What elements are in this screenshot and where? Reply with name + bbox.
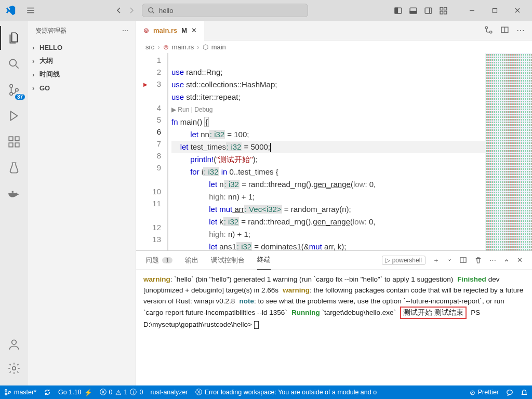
layout-panel-icon[interactable]: [409, 6, 418, 15]
rust-file-icon: ⊚: [163, 43, 169, 51]
layout-primary-sidebar-icon[interactable]: [394, 6, 403, 15]
panel-tab-problems[interactable]: 问题1: [145, 256, 172, 265]
svg-point-12: [10, 85, 12, 87]
code-editor[interactable]: 123 456 789 1011 1213 ▶use rand::Rng; us…: [136, 53, 532, 250]
svg-point-30: [5, 393, 7, 395]
svg-rect-16: [9, 143, 13, 147]
minimize-button[interactable]: [460, 0, 483, 21]
activity-account[interactable]: [0, 332, 28, 356]
svg-rect-10: [493, 8, 497, 12]
nav-forward-icon[interactable]: [127, 6, 136, 15]
status-feedback-icon[interactable]: [506, 389, 513, 396]
activity-testing[interactable]: [0, 156, 28, 180]
sidebar-title-text: 资源管理器: [35, 26, 66, 35]
sidebar-title: 资源管理器 ⋯: [28, 21, 136, 41]
split-editor-icon[interactable]: [500, 25, 509, 35]
svg-rect-15: [9, 137, 13, 141]
editor-tab-main[interactable]: ⊚ main.rs M ✕: [136, 21, 204, 41]
svg-rect-9: [444, 11, 447, 14]
svg-rect-17: [15, 143, 19, 147]
tab-close-icon[interactable]: ✕: [191, 26, 197, 34]
command-center-search[interactable]: hello: [142, 4, 308, 17]
editor-column: ⊚ main.rs M ✕ ⋯ src› ⊚ main.rs› ⬡ main 1…: [136, 21, 532, 385]
svg-point-25: [485, 26, 487, 29]
status-diagnostics[interactable]: ⓧ0⚠1ⓘ0: [100, 388, 143, 397]
status-notifications-icon[interactable]: [521, 389, 528, 396]
bottom-panel: 问题1 输出 调试控制台 终端 ▷powershell ＋ ⋯ ✕ warnin…: [136, 250, 532, 385]
more-actions-icon[interactable]: ⋯: [516, 25, 525, 35]
svg-rect-22: [12, 191, 14, 193]
activity-extensions[interactable]: [0, 130, 28, 154]
terminal-output[interactable]: warning: `hello` (bin "hello") generated…: [136, 270, 532, 385]
tree-section-go[interactable]: ›GO: [28, 81, 136, 95]
panel-more-icon[interactable]: ⋯: [489, 256, 496, 264]
breadcrumb-src[interactable]: src: [145, 43, 154, 51]
svg-point-13: [10, 92, 12, 95]
line-number-gutter: 123 456 789 1011 1213: [136, 53, 167, 250]
minimap[interactable]: [485, 53, 532, 250]
layout-customize-icon[interactable]: [439, 6, 448, 15]
svg-rect-2: [395, 8, 397, 14]
tree-section-timeline[interactable]: ›时间线: [28, 68, 136, 81]
status-error-message[interactable]: ⓧError loading workspace: You are outsid…: [195, 388, 462, 397]
activity-explorer[interactable]: [0, 26, 28, 50]
breadcrumb-fn[interactable]: main: [211, 43, 226, 51]
tab-dirty-indicator: M: [181, 26, 187, 34]
panel-tab-debug[interactable]: 调试控制台: [211, 256, 245, 265]
maximize-panel-icon[interactable]: [503, 257, 510, 263]
tree-section-outline[interactable]: ›大纲: [28, 54, 136, 68]
activity-docker[interactable]: [0, 182, 28, 206]
explorer-sidebar: 资源管理器 ⋯ ›HELLO ›大纲 ›时间线 ›GO: [28, 21, 136, 385]
editor-tabbar: ⊚ main.rs M ✕ ⋯: [136, 21, 532, 41]
terminal-dropdown-icon[interactable]: [447, 258, 452, 263]
activity-search[interactable]: [0, 52, 28, 76]
close-panel-icon[interactable]: ✕: [517, 256, 523, 264]
scm-badge: 37: [15, 94, 25, 100]
app-menu-icon[interactable]: [26, 6, 35, 15]
title-bar: hello: [0, 0, 532, 21]
svg-rect-4: [410, 11, 417, 13]
svg-rect-6: [440, 7, 443, 10]
svg-point-14: [16, 88, 18, 91]
activity-scm[interactable]: 37: [0, 78, 28, 102]
search-query: hello: [159, 7, 173, 15]
kill-terminal-icon[interactable]: [474, 256, 482, 264]
scm-compare-icon[interactable]: [484, 25, 493, 35]
activity-bar: 37: [0, 21, 28, 385]
svg-point-23: [12, 340, 17, 344]
breadcrumb-file[interactable]: main.rs: [172, 43, 194, 51]
svg-point-11: [9, 59, 16, 66]
nav-back-icon[interactable]: [115, 6, 123, 15]
layout-secondary-sidebar-icon[interactable]: [424, 6, 433, 15]
activity-run[interactable]: [0, 104, 28, 128]
split-terminal-icon[interactable]: [459, 256, 467, 264]
status-sync[interactable]: [44, 389, 51, 396]
new-terminal-icon[interactable]: ＋: [433, 256, 440, 265]
maximize-button[interactable]: [483, 0, 506, 21]
tree-section-hello[interactable]: ›HELLO: [28, 41, 136, 54]
breadcrumb[interactable]: src› ⊚ main.rs› ⬡ main: [136, 41, 532, 53]
panel-tab-terminal[interactable]: 终端: [257, 251, 271, 270]
status-rust-analyzer[interactable]: rust-analyzer: [150, 389, 188, 396]
sidebar-more-icon[interactable]: ⋯: [122, 27, 128, 34]
svg-point-26: [490, 31, 492, 33]
activity-settings[interactable]: [0, 356, 28, 380]
rust-file-icon: ⊚: [143, 26, 149, 34]
terminal-shell-selector[interactable]: ▷powershell: [382, 256, 425, 265]
svg-point-29: [5, 390, 7, 392]
svg-rect-8: [440, 11, 443, 14]
symbol-function-icon: ⬡: [203, 43, 208, 51]
code-area[interactable]: ▶use rand::Rng; use std::collections::Ha…: [171, 53, 485, 250]
codelens-run-debug[interactable]: ▶ Run | Debug: [171, 106, 213, 113]
svg-rect-7: [444, 7, 447, 10]
status-branch[interactable]: master*: [4, 389, 36, 396]
breakpoint-icon[interactable]: ▶: [143, 78, 148, 90]
tab-filename: main.rs: [153, 26, 177, 34]
panel-tab-output[interactable]: 输出: [185, 256, 198, 265]
vscode-logo-icon: [3, 3, 18, 18]
svg-rect-5: [425, 8, 432, 14]
status-prettier[interactable]: ⊘Prettier: [470, 389, 499, 396]
panel-tabs: 问题1 输出 调试控制台 终端 ▷powershell ＋ ⋯ ✕: [136, 251, 532, 270]
status-go-version[interactable]: Go 1.18⚡: [58, 389, 92, 396]
close-button[interactable]: [506, 0, 529, 21]
